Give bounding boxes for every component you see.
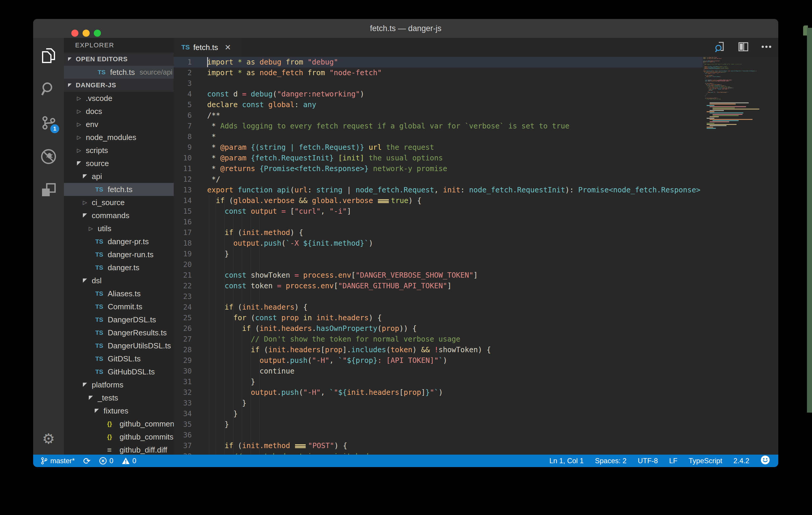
indent-guides: [207, 195, 266, 455]
source-control-icon[interactable]: 1: [33, 106, 64, 140]
code-lines[interactable]: import * as debug from "debug"import * a…: [207, 57, 778, 455]
warnings-indicator[interactable]: 0: [122, 457, 136, 465]
tree-section-open-editors[interactable]: OPEN EDITORS: [64, 53, 174, 66]
feedback-smiley-icon[interactable]: [760, 455, 770, 466]
tree-section-danger-js[interactable]: DANGER-JS: [64, 79, 174, 92]
tree-item-docs[interactable]: ▷docs: [64, 105, 174, 118]
errors-indicator[interactable]: 0: [99, 457, 113, 465]
ts-file-icon: TS: [95, 238, 108, 245]
tree-item-tests[interactable]: _tests: [64, 391, 174, 404]
error-count: 0: [110, 457, 113, 465]
explorer-icon[interactable]: [33, 38, 64, 72]
more-actions-icon[interactable]: [760, 41, 772, 54]
tab-close-icon[interactable]: ✕: [225, 43, 231, 52]
ts-file-icon: TS: [95, 264, 108, 271]
tree-item-dangerutilsdsl-ts[interactable]: TSDangerUtilsDSL.ts: [64, 339, 174, 352]
ts-file-icon: TS: [95, 368, 108, 375]
status-spaces-2[interactable]: Spaces: 2: [595, 457, 627, 465]
tree-item-fetch-ts[interactable]: TSfetch.ts: [64, 183, 174, 196]
ts-file-icon: TS: [95, 329, 108, 336]
code-editor[interactable]: 1234567891011121314151617181920212223242…: [174, 57, 778, 455]
status-lf[interactable]: LF: [669, 457, 677, 465]
tree-item-scripts[interactable]: ▷scripts: [64, 144, 174, 157]
editor-group: TS fetch.ts ✕: [174, 38, 778, 455]
ts-file-icon: TS: [98, 69, 110, 76]
background-window-sliver: [807, 28, 812, 412]
tree-item-fixtures[interactable]: fixtures: [64, 404, 174, 417]
split-editor-icon[interactable]: [737, 41, 749, 54]
tree-item-aliases-ts[interactable]: TSAliases.ts: [64, 287, 174, 300]
minimap[interactable]: import * as debug from "debug"import * a…: [703, 57, 778, 455]
tree-item-github-diff-diff[interactable]: ≡github_diff.diff: [64, 444, 174, 455]
minimap-extra: [707, 103, 775, 129]
collapsed-twistie-icon: ▷: [77, 134, 86, 141]
status-bar: master* ⟳ 0 0: [33, 455, 778, 467]
tree-item-danger-pr-ts[interactable]: TSdanger-pr.ts: [64, 235, 174, 248]
tree-item-github-commen[interactable]: {}github_commen...: [64, 417, 174, 430]
tree-item-api[interactable]: api: [64, 170, 174, 183]
tree-item-dangerresults-ts[interactable]: TSDangerResults.ts: [64, 326, 174, 339]
explorer-sidebar: EXPLORER OPEN EDITORSTSfetch.tssource/ap…: [64, 38, 174, 455]
warning-count: 0: [132, 457, 136, 465]
status-right-items: Ln 1, Col 1Spaces: 2UTF-8LFTypeScript2.4…: [549, 457, 749, 465]
tree-item-dangerdsl-ts[interactable]: TSDangerDSL.ts: [64, 313, 174, 326]
status-typescript[interactable]: TypeScript: [689, 457, 722, 465]
collapsed-twistie-icon: ▷: [83, 199, 92, 206]
tree-item-gitdsl-ts[interactable]: TSGitDSL.ts: [64, 352, 174, 365]
file-tree: OPEN EDITORSTSfetch.tssource/apiDANGER-J…: [64, 53, 174, 455]
ts-file-icon: TS: [95, 316, 108, 323]
tree-item-fetch-ts[interactable]: TSfetch.tssource/api: [64, 66, 174, 79]
tab-bar: TS fetch.ts ✕: [174, 38, 778, 57]
minimap-content: import * as debug from "debug"import * a…: [703, 57, 778, 100]
text-cursor: [207, 57, 208, 67]
git-branch-indicator[interactable]: master*: [40, 456, 75, 465]
tab-fetch-ts[interactable]: TS fetch.ts ✕: [174, 38, 242, 57]
tree-item-githubdsl-ts[interactable]: TSGitHubDSL.ts: [64, 365, 174, 378]
collapsed-twistie-icon: ▷: [77, 121, 86, 127]
sidebar-header: EXPLORER: [64, 38, 174, 53]
collapsed-twistie-icon: ▷: [77, 147, 86, 153]
screenshot-canvas: fetch.ts — danger-js: [0, 0, 812, 515]
collapsed-twistie-icon: ▷: [89, 225, 98, 232]
ts-file-icon: TS: [95, 342, 108, 349]
tree-item-dsl[interactable]: dsl: [64, 274, 174, 287]
tree-item-node-modules[interactable]: ▷node_modules: [64, 131, 174, 144]
json-file-icon: {}: [107, 420, 120, 427]
tree-item-danger-run-ts[interactable]: TSdanger-run.ts: [64, 248, 174, 261]
status-ln-1-col-1[interactable]: Ln 1, Col 1: [549, 457, 584, 465]
code-lines[interactable]: import * as debug from "debug"import * a…: [703, 57, 778, 100]
tree-item-danger-ts[interactable]: TSdanger.ts: [64, 261, 174, 274]
tree-item-utils[interactable]: ▷utils: [64, 222, 174, 235]
tree-item-vscode[interactable]: ▷.vscode: [64, 92, 174, 105]
title-bar: fetch.ts — danger-js: [33, 19, 778, 38]
ts-file-icon: TS: [95, 303, 108, 310]
tree-item-env[interactable]: ▷env: [64, 118, 174, 131]
tree-item-github-commits[interactable]: {}github_commits...: [64, 430, 174, 444]
find-in-file-icon[interactable]: [714, 41, 726, 54]
tree-item-ci-source[interactable]: ▷ci_source: [64, 196, 174, 209]
tree-item-source[interactable]: source: [64, 157, 174, 170]
window-title: fetch.ts — danger-js: [33, 19, 778, 38]
sync-icon[interactable]: ⟳: [83, 456, 91, 466]
json-file-icon: {}: [107, 433, 120, 440]
diff-file-icon: ≡: [107, 446, 120, 455]
ts-file-icon: TS: [95, 186, 108, 193]
activity-bar: 1 ⚙: [33, 38, 64, 455]
vscode-window: fetch.ts — danger-js: [33, 19, 778, 467]
status-2-4-2[interactable]: 2.4.2: [733, 457, 749, 465]
gutter: 1234567891011121314151617181920212223242…: [174, 57, 207, 455]
search-icon[interactable]: [33, 72, 64, 106]
debug-icon[interactable]: [33, 140, 64, 173]
extensions-icon[interactable]: [33, 173, 64, 207]
settings-gear-icon[interactable]: ⚙: [33, 430, 64, 447]
source-control-badge: 1: [50, 124, 59, 133]
ts-file-icon: TS: [95, 355, 108, 362]
collapsed-twistie-icon: ▷: [77, 108, 86, 115]
tree-item-commands[interactable]: commands: [64, 209, 174, 222]
tree-item-commit-ts[interactable]: TSCommit.ts: [64, 300, 174, 313]
ts-file-icon: TS: [95, 251, 108, 258]
tree-item-platforms[interactable]: platforms: [64, 378, 174, 391]
status-utf-8[interactable]: UTF-8: [638, 457, 658, 465]
collapsed-twistie-icon: ▷: [77, 95, 86, 102]
ts-file-icon: TS: [95, 290, 108, 297]
